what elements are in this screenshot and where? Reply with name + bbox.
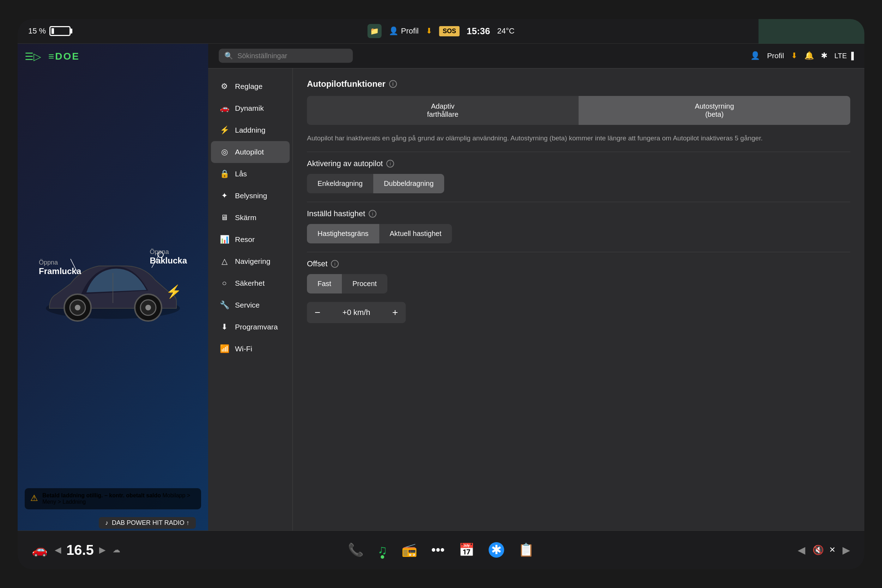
speed-arrow-left[interactable]: ◀ — [55, 545, 61, 555]
download-icon-header[interactable]: ⬇ — [791, 51, 797, 60]
bluetooth-icon[interactable]: ✱ — [821, 51, 827, 60]
dynamik-icon: 🚗 — [219, 104, 230, 113]
offset-value: +0 km/h — [328, 308, 384, 317]
nav-item-service[interactable]: 🔧 Service — [211, 294, 290, 316]
nav-label-navigering: Navigering — [235, 257, 270, 266]
las-icon: 🔒 — [219, 169, 230, 178]
svg-text:⚡: ⚡ — [166, 284, 182, 299]
nav-label-dynamik: Dynamik — [235, 104, 264, 112]
hastighetsgrans-btn[interactable]: Hastighetsgräns — [307, 224, 379, 243]
settings-body: ⚙ Reglage 🚗 Dynamik ⚡ Laddning ◎ Autopil… — [208, 68, 864, 531]
divider-1 — [307, 152, 850, 152]
svg-point-3 — [75, 305, 81, 310]
bottom-center: 📞 ♫ 📻 ••• 📅 ✱ 📋 — [304, 542, 577, 558]
profile-icon-header[interactable]: 👤 — [750, 51, 760, 60]
bell-icon[interactable]: 🔔 — [804, 51, 814, 60]
radio-label: DAB POWER HIT RADIO ↑ — [112, 519, 189, 526]
divider-2 — [307, 202, 850, 202]
autopilot-icon: ◎ — [219, 147, 230, 157]
baklucka-label[interactable]: Öppna Baklucka — [150, 248, 187, 266]
nav-item-las[interactable]: 🔒 Lås — [211, 163, 290, 185]
nav-item-navigering[interactable]: △ Navigering — [211, 250, 290, 272]
bottom-left: 🚗 ◀ 16.5 ▶ ☁ — [32, 542, 304, 558]
radio-bar[interactable]: ♪ DAB POWER HIT RADIO ↑ — [99, 517, 196, 529]
car-icon-bottom[interactable]: 🚗 — [32, 543, 48, 557]
profile-button-top[interactable]: 👤 Profil — [389, 27, 419, 36]
offset-plus-btn[interactable]: + — [384, 302, 406, 323]
skarm-icon: 🖥 — [219, 213, 230, 222]
adaptiv-farthallare-btn[interactable]: Adaptiv farthållare — [307, 96, 579, 125]
radio-icon[interactable]: 📻 — [402, 543, 417, 557]
download-icon-top[interactable]: ⬇ — [426, 27, 432, 36]
volume-x-icon: ✕ — [829, 545, 836, 555]
signal-icon: LTE ▐ — [834, 52, 854, 60]
nav-item-wifi[interactable]: 📶 Wi-Fi — [211, 338, 290, 360]
enkeldragning-btn[interactable]: Enkeldragning — [307, 174, 373, 193]
nav-label-resor: Resor — [235, 235, 255, 244]
nav-label-sakerhet: Säkerhet — [235, 279, 265, 288]
more-icon[interactable]: ••• — [432, 543, 445, 557]
svg-point-6 — [146, 305, 151, 310]
nav-item-programvara[interactable]: ⬇ Programvara — [211, 316, 290, 338]
offset-control: − +0 km/h + — [307, 302, 406, 323]
nav-item-dynamik[interactable]: 🚗 Dynamik — [211, 98, 290, 119]
aktuell-hastighet-btn[interactable]: Aktuell hastighet — [379, 224, 452, 243]
mute-icon[interactable]: 🔇 — [813, 544, 824, 555]
nav-item-autopilot[interactable]: ◎ Autopilot — [211, 141, 290, 163]
offset-minus-btn[interactable]: − — [307, 302, 328, 323]
speed-value: 16.5 — [66, 542, 94, 558]
spotify-dot — [381, 555, 384, 559]
speed-title-text: Inställd hastighet — [307, 209, 365, 218]
nav-item-resor[interactable]: 📊 Resor — [211, 229, 290, 250]
autopilot-title-text: Autopilotfunktioner — [307, 79, 386, 89]
left-panel-header: ☰▷ ≡DOE — [25, 51, 80, 62]
dubbeldragning-btn[interactable]: Dubbeldragning — [373, 174, 444, 193]
nav-arrow-left[interactable]: ◀ — [798, 544, 806, 556]
menu-icon[interactable]: ☰▷ — [25, 51, 41, 62]
notes-icon[interactable]: 📋 — [518, 543, 534, 557]
nav-label-programvara: Programvara — [235, 323, 278, 331]
tesla-logo: ≡DOE — [48, 51, 80, 62]
speed-arrow-right[interactable]: ▶ — [99, 545, 105, 555]
nav-item-belysning[interactable]: ✦ Belysning — [211, 185, 290, 207]
center-status: 📁 👤 Profil ⬇ SOS 15:36 24°C — [368, 24, 515, 38]
speed-info-icon[interactable]: i — [369, 210, 376, 218]
activation-info-icon[interactable]: i — [386, 160, 394, 168]
framlucka-label[interactable]: Öppna Framlucka — [39, 259, 81, 276]
procent-btn[interactable]: Procent — [342, 274, 387, 294]
battery-percent: 15 % — [28, 27, 46, 36]
temperature-display: 24°C — [497, 27, 514, 36]
autopilot-section-title: Autopilotfunktioner i — [307, 79, 850, 89]
belysning-icon: ✦ — [219, 191, 230, 200]
service-icon: 🔧 — [219, 300, 230, 310]
activation-title: Aktivering av autopilot i — [307, 159, 850, 168]
calendar-icon[interactable]: 📅 — [459, 543, 474, 557]
bluetooth-bottom-icon[interactable]: ✱ — [489, 542, 504, 558]
nav-item-laddning[interactable]: ⚡ Laddning — [211, 119, 290, 141]
battery-section: 15 % — [28, 26, 70, 36]
music-icon: ♪ — [105, 519, 108, 526]
speed-group: Hastighetsgräns Aktuell hastighet — [307, 224, 452, 243]
nav-item-skarm[interactable]: 🖥 Skärm — [211, 207, 290, 229]
nav-label-autopilot: Autopilot — [235, 148, 264, 156]
autopilot-info-icon[interactable]: i — [389, 80, 397, 88]
offset-info-icon[interactable]: i — [331, 260, 339, 268]
sakerhet-icon: ○ — [219, 279, 230, 288]
settings-header: 🔍 Sökinställningar 👤 Profil ⬇ 🔔 ✱ LTE ▐ — [208, 44, 864, 68]
nav-item-reglage[interactable]: ⚙ Reglage — [211, 75, 290, 98]
nav-item-sakerhet[interactable]: ○ Säkerhet — [211, 272, 290, 294]
battery-icon — [50, 26, 70, 36]
offset-title-text: Offset — [307, 259, 327, 268]
spotify-icon[interactable]: ♫ — [378, 543, 387, 557]
fast-btn[interactable]: Fast — [307, 274, 342, 294]
nav-label-wifi: Wi-Fi — [235, 345, 252, 353]
map-icon: 📁 — [368, 24, 382, 38]
phone-icon[interactable]: 📞 — [348, 543, 364, 557]
search-area[interactable]: 🔍 Sökinställningar — [219, 49, 353, 63]
autostyrning-btn[interactable]: Autostyrning (beta) — [579, 96, 850, 125]
climate-icon[interactable]: ☁ — [112, 545, 120, 555]
sos-badge[interactable]: SOS — [439, 26, 460, 36]
nav-label-service: Service — [235, 301, 260, 309]
nav-arrow-right[interactable]: ▶ — [843, 544, 850, 556]
search-placeholder: Sökinställningar — [237, 52, 287, 60]
